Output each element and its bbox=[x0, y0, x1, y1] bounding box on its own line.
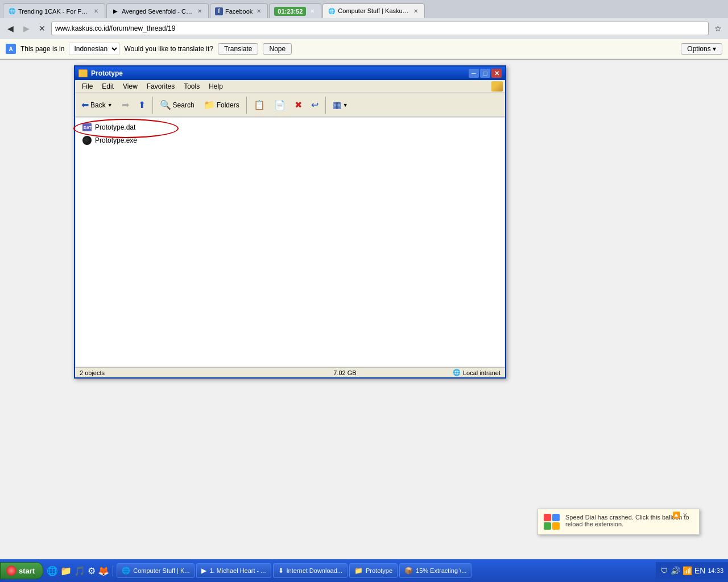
status-size: 7.02 GB bbox=[224, 369, 356, 376]
search-magnifier-icon: 🔍 bbox=[160, 99, 171, 110]
start-button[interactable]: start bbox=[0, 562, 43, 579]
tab-label-avenged: Avenged Sevenfold - Carry ... bbox=[122, 8, 193, 15]
taskbar-kaskus-label: Computer Stuff | K... bbox=[133, 567, 189, 574]
notification-minimize[interactable]: 🔼 bbox=[672, 512, 680, 519]
delete-toolbar-button[interactable]: ✖ bbox=[291, 98, 306, 112]
firefox-quick-icon[interactable]: 🦊 bbox=[98, 566, 109, 576]
tab-favicon-facebook: f bbox=[215, 7, 223, 15]
back-dropdown-icon: ▼ bbox=[107, 102, 113, 108]
back-toolbar-button[interactable]: ⬅ Back ▼ bbox=[77, 98, 117, 112]
folders-label: Folders bbox=[217, 101, 239, 109]
taskbar-app-music[interactable]: ▶ 1. Michael Heart - ... bbox=[196, 563, 271, 578]
menu-edit[interactable]: Edit bbox=[97, 81, 118, 92]
maximize-button[interactable]: □ bbox=[480, 69, 490, 78]
tab-timer-display: 01:23:52 bbox=[274, 7, 306, 16]
title-folder-icon bbox=[78, 69, 88, 77]
options-button[interactable]: Options ▾ bbox=[681, 43, 722, 55]
reload-button[interactable]: ✕ bbox=[35, 22, 49, 35]
taskbar-app-prototype[interactable]: 📁 Prototype bbox=[349, 563, 398, 578]
back-button[interactable]: ◀ bbox=[3, 22, 17, 35]
menu-help[interactable]: Help bbox=[204, 81, 228, 92]
systray-security-icon[interactable]: 🛡 bbox=[660, 566, 668, 575]
menu-favorites[interactable]: Favorites bbox=[142, 81, 179, 92]
copy-toolbar-button[interactable]: 📄 bbox=[270, 98, 289, 112]
address-bar[interactable]: www.kaskus.co.id/forum/new_thread/19 bbox=[51, 22, 709, 35]
exe-file-icon bbox=[82, 136, 92, 145]
undo-toolbar-button[interactable]: ↩ bbox=[307, 98, 322, 112]
media-quick-icon[interactable]: 🎵 bbox=[74, 566, 85, 576]
sd-cell-green bbox=[544, 522, 551, 530]
taskbar-app-kaskus[interactable]: 🌐 Computer Stuff | K... bbox=[117, 563, 195, 578]
toolbar-separator-3 bbox=[325, 97, 326, 114]
menu-tools[interactable]: Tools bbox=[179, 81, 204, 92]
file-item-dat[interactable]: DAT Prototype.dat bbox=[80, 122, 138, 132]
translate-language-select[interactable]: Indonesian bbox=[69, 43, 119, 55]
sd-cell-yellow bbox=[552, 522, 560, 530]
search-label: Search bbox=[173, 101, 195, 109]
tab-timer[interactable]: 01:23:52 ✕ bbox=[269, 3, 321, 18]
views-toolbar-button[interactable]: ▦ ▼ bbox=[329, 98, 352, 112]
translate-button[interactable]: Translate bbox=[218, 43, 259, 55]
folders-icon: 📁 bbox=[204, 99, 215, 110]
systray-lang-icon[interactable]: EN bbox=[694, 566, 705, 575]
taskbar-systray: 🛡 🔊 📶 EN 14:33 bbox=[656, 562, 728, 579]
forward-toolbar-button[interactable]: ➡ bbox=[118, 98, 133, 112]
tab-label-kaskus: Computer Stuff | Kaskus - Th... bbox=[338, 7, 410, 14]
tab-close-trending[interactable]: ✕ bbox=[92, 7, 100, 15]
ie-quick-icon[interactable]: 🌐 bbox=[47, 566, 58, 576]
notification-close[interactable]: ✕ bbox=[682, 512, 688, 519]
tab-avenged[interactable]: ▶ Avenged Sevenfold - Carry ... ✕ bbox=[106, 3, 209, 18]
search-toolbar-button[interactable]: 🔍 Search bbox=[156, 98, 198, 112]
explorer-statusbar: 2 objects 7.02 GB 🌐 Local intranet bbox=[75, 367, 505, 377]
taskbar-kaskus-icon: 🌐 bbox=[122, 567, 130, 575]
file-item-exe[interactable]: Prototype.exe bbox=[80, 135, 139, 146]
explorer-menubar: File Edit View Favorites Tools Help bbox=[75, 80, 505, 93]
translate-bar: A This page is in Indonesian Would you l… bbox=[0, 39, 728, 59]
up-toolbar-button[interactable]: ⬆ bbox=[134, 98, 150, 112]
bookmark-button[interactable]: ☆ bbox=[711, 22, 725, 35]
tab-facebook[interactable]: f Facebook ✕ bbox=[210, 3, 268, 18]
taskbar-music-icon: ▶ bbox=[201, 567, 206, 575]
tab-kaskus[interactable]: 🌐 Computer Stuff | Kaskus - Th... ✕ bbox=[322, 3, 425, 18]
close-button[interactable]: ✕ bbox=[491, 69, 502, 78]
menu-view[interactable]: View bbox=[118, 81, 142, 92]
taskbar-app-download[interactable]: ⬇ Internet Download... bbox=[273, 563, 348, 578]
move-toolbar-button[interactable]: 📋 bbox=[250, 98, 269, 112]
quick-launch-bar: 🌐 📁 🎵 ⚙ 🦊 bbox=[43, 566, 113, 576]
exe-filename: Prototype.exe bbox=[95, 136, 137, 144]
explorer-title: Prototype bbox=[91, 69, 465, 77]
minimize-button[interactable]: ─ bbox=[469, 69, 479, 78]
nav-bar: ◀ ▶ ✕ www.kaskus.co.id/forum/new_thread/… bbox=[0, 18, 728, 39]
notification-controls: 🔼 ✕ bbox=[672, 512, 688, 519]
views-dropdown-icon: ▼ bbox=[343, 102, 348, 108]
taskbar-download-icon: ⬇ bbox=[278, 567, 284, 575]
browser-chrome: 🌐 Trending 1CAK - For Fun Onl... ✕ ▶ Ave… bbox=[0, 0, 728, 60]
folder-quick-icon[interactable]: 📁 bbox=[60, 566, 72, 576]
tab-favicon-avenged: ▶ bbox=[111, 7, 119, 15]
gear-quick-icon[interactable]: ⚙ bbox=[88, 566, 96, 576]
menu-file[interactable]: File bbox=[77, 81, 97, 92]
status-zone-text: Local intranet bbox=[463, 369, 500, 376]
tab-close-avenged[interactable]: ✕ bbox=[196, 7, 204, 15]
systray-volume-icon[interactable]: 📶 bbox=[682, 566, 692, 575]
tab-trending[interactable]: 🌐 Trending 1CAK - For Fun Onl... ✕ bbox=[3, 3, 105, 18]
sd-cell-red bbox=[544, 514, 551, 521]
move-icon: 📋 bbox=[254, 99, 265, 110]
taskbar-prototype-label: Prototype bbox=[366, 567, 392, 574]
copy-icon: 📄 bbox=[274, 99, 286, 110]
tab-close-kaskus[interactable]: ✕ bbox=[412, 7, 420, 15]
title-buttons: ─ □ ✕ bbox=[469, 69, 502, 78]
tab-close-facebook[interactable]: ✕ bbox=[255, 7, 263, 15]
taskbar-music-label: 1. Michael Heart - ... bbox=[209, 567, 266, 574]
speed-dial-notification[interactable]: 🔼 ✕ Speed Dial has crashed. Click this b… bbox=[537, 509, 700, 535]
dat-filename: Prototype.dat bbox=[95, 123, 135, 131]
forward-button[interactable]: ▶ bbox=[19, 22, 33, 35]
translate-icon: A bbox=[6, 44, 16, 54]
taskbar-prototype-icon: 📁 bbox=[354, 567, 363, 575]
taskbar-app-extract[interactable]: 📦 15% Extracting \... bbox=[399, 563, 471, 578]
tab-close-timer[interactable]: ✕ bbox=[308, 7, 316, 15]
systray-network-icon[interactable]: 🔊 bbox=[671, 566, 680, 575]
nope-button[interactable]: Nope bbox=[263, 43, 292, 55]
tab-label-facebook: Facebook bbox=[225, 8, 253, 15]
folders-toolbar-button[interactable]: 📁 Folders bbox=[200, 98, 243, 112]
